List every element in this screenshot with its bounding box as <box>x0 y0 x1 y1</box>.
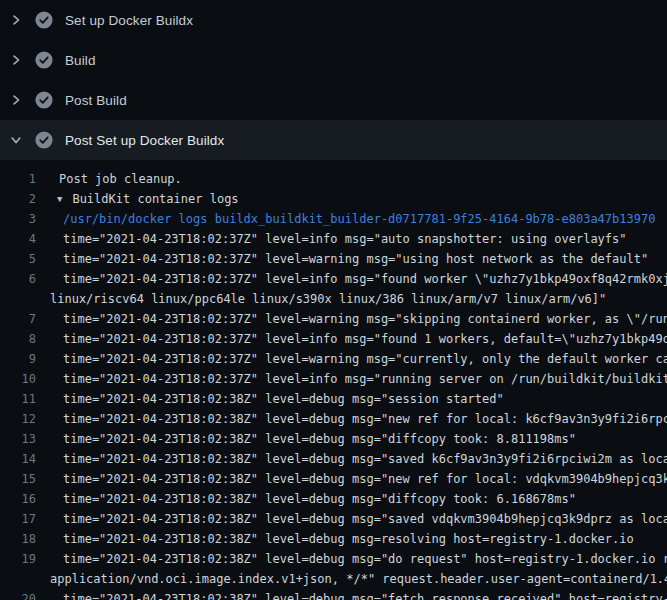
log-text: time="2021-04-23T18:02:38Z" level=debug … <box>36 489 576 509</box>
check-circle-icon <box>35 91 53 109</box>
line-number[interactable]: 2 <box>0 189 36 209</box>
log-line-wrap: linux/riscv64 linux/ppc64le linux/s390x … <box>0 289 667 309</box>
log-line: 8 time="2021-04-23T18:02:37Z" level=info… <box>0 329 667 349</box>
disclosure-triangle-icon[interactable]: ▼ <box>36 189 62 209</box>
log-text: time="2021-04-23T18:02:38Z" level=debug … <box>36 429 576 449</box>
line-number[interactable]: 5 <box>0 249 36 269</box>
step-row-expanded[interactable]: Post Set up Docker Buildx <box>0 120 667 160</box>
step-title: Set up Docker Buildx <box>65 13 193 28</box>
log-text: time="2021-04-23T18:02:37Z" level=info m… <box>36 329 667 349</box>
chevron-right-icon <box>10 94 22 106</box>
log-text: time="2021-04-23T18:02:38Z" level=debug … <box>36 449 667 469</box>
log-text: time="2021-04-23T18:02:38Z" level=debug … <box>36 469 667 489</box>
chevron-down-icon <box>10 134 22 146</box>
log-line: 11 time="2021-04-23T18:02:38Z" level=deb… <box>0 389 667 409</box>
line-number[interactable]: 11 <box>0 389 36 409</box>
line-number[interactable]: 14 <box>0 449 36 469</box>
line-number[interactable]: 17 <box>0 509 36 529</box>
step-title: Post Build <box>65 93 127 108</box>
log-line: 12 time="2021-04-23T18:02:38Z" level=deb… <box>0 409 667 429</box>
step-title: Post Set up Docker Buildx <box>65 133 224 148</box>
log-line: 3 /usr/bin/docker logs buildx_buildkit_b… <box>0 209 667 229</box>
log-line: 1 Post job cleanup. <box>0 169 667 189</box>
line-number[interactable]: 12 <box>0 409 36 429</box>
log-text: time="2021-04-23T18:02:37Z" level=info m… <box>36 369 667 389</box>
line-number[interactable]: 18 <box>0 529 36 549</box>
steps-list: Set up Docker Buildx Build <box>0 0 667 160</box>
log-line: 15 time="2021-04-23T18:02:38Z" level=deb… <box>0 469 667 489</box>
log-line: 14 time="2021-04-23T18:02:38Z" level=deb… <box>0 449 667 469</box>
step-row-collapsed[interactable]: Post Build <box>0 80 667 120</box>
line-number[interactable] <box>0 569 36 589</box>
log-line: 18 time="2021-04-23T18:02:38Z" level=deb… <box>0 529 667 549</box>
log-text: time="2021-04-23T18:02:37Z" level=warnin… <box>36 349 667 369</box>
log-line: 17 time="2021-04-23T18:02:38Z" level=deb… <box>0 509 667 529</box>
log-line: 6 time="2021-04-23T18:02:37Z" level=info… <box>0 269 667 289</box>
log-line: 5 time="2021-04-23T18:02:37Z" level=warn… <box>0 249 667 269</box>
line-number[interactable]: 19 <box>0 549 36 569</box>
line-number[interactable]: 10 <box>0 369 36 389</box>
log-text: time="2021-04-23T18:02:38Z" level=debug … <box>36 409 667 429</box>
log-text: /usr/bin/docker logs buildx_buildkit_bui… <box>36 209 655 229</box>
log-text: time="2021-04-23T18:02:38Z" level=debug … <box>36 529 634 549</box>
log-line-wrap: application/vnd.oci.image.index.v1+json,… <box>0 569 667 589</box>
step-title: Build <box>65 53 96 68</box>
line-number[interactable]: 13 <box>0 429 36 449</box>
line-number[interactable]: 6 <box>0 269 36 289</box>
log-text: time="2021-04-23T18:02:37Z" level=warnin… <box>36 309 667 329</box>
check-circle-icon <box>35 51 53 69</box>
step-row-collapsed[interactable]: Build <box>0 40 667 80</box>
check-circle-icon <box>35 131 53 149</box>
line-number[interactable]: 9 <box>0 349 36 369</box>
log-line: 10 time="2021-04-23T18:02:37Z" level=inf… <box>0 369 667 389</box>
step-row-collapsed[interactable]: Set up Docker Buildx <box>0 0 667 40</box>
check-circle-icon <box>35 11 53 29</box>
actions-log-viewer: Set up Docker Buildx Build <box>0 0 667 600</box>
line-number[interactable]: 1 <box>0 169 36 189</box>
line-number[interactable]: 15 <box>0 469 36 489</box>
line-number[interactable]: 16 <box>0 489 36 509</box>
line-number[interactable]: 3 <box>0 209 36 229</box>
line-number[interactable]: 8 <box>0 329 36 349</box>
log-line: 19 time="2021-04-23T18:02:38Z" level=deb… <box>0 549 667 569</box>
log-text: application/vnd.oci.image.index.v1+json,… <box>36 569 667 589</box>
log-text: linux/riscv64 linux/ppc64le linux/s390x … <box>36 289 606 309</box>
log-text: time="2021-04-23T18:02:37Z" level=warnin… <box>36 249 648 269</box>
log-text: time="2021-04-23T18:02:38Z" level=debug … <box>36 509 667 529</box>
log-line: 2 ▼ BuildKit container logs <box>0 189 667 209</box>
log-line: 7 time="2021-04-23T18:02:37Z" level=warn… <box>0 309 667 329</box>
log-text: time="2021-04-23T18:02:38Z" level=debug … <box>36 389 504 409</box>
chevron-right-icon <box>10 54 22 66</box>
log-line: 4 time="2021-04-23T18:02:37Z" level=info… <box>0 229 667 249</box>
line-number[interactable]: 7 <box>0 309 36 329</box>
log-text: time="2021-04-23T18:02:38Z" level=debug … <box>36 549 667 569</box>
log-line: 13 time="2021-04-23T18:02:38Z" level=deb… <box>0 429 667 449</box>
log-container: 1 Post job cleanup. 2 ▼ BuildKit contain… <box>0 160 667 600</box>
log-text: time="2021-04-23T18:02:37Z" level=info m… <box>36 229 627 249</box>
line-number[interactable]: 4 <box>0 229 36 249</box>
log-line: 9 time="2021-04-23T18:02:37Z" level=warn… <box>0 349 667 369</box>
log-line: 20 time="2021-04-23T18:02:38Z" level=deb… <box>0 589 667 600</box>
log-text: time="2021-04-23T18:02:37Z" level=info m… <box>36 269 667 289</box>
log-line: 16 time="2021-04-23T18:02:38Z" level=deb… <box>0 489 667 509</box>
log-text: time="2021-04-23T18:02:38Z" level=debug … <box>36 589 667 600</box>
chevron-right-icon <box>10 14 22 26</box>
log-text: Post job cleanup. <box>36 169 182 189</box>
line-number[interactable] <box>0 289 36 309</box>
log-text[interactable]: BuildKit container logs <box>62 189 238 209</box>
line-number[interactable]: 20 <box>0 589 36 600</box>
